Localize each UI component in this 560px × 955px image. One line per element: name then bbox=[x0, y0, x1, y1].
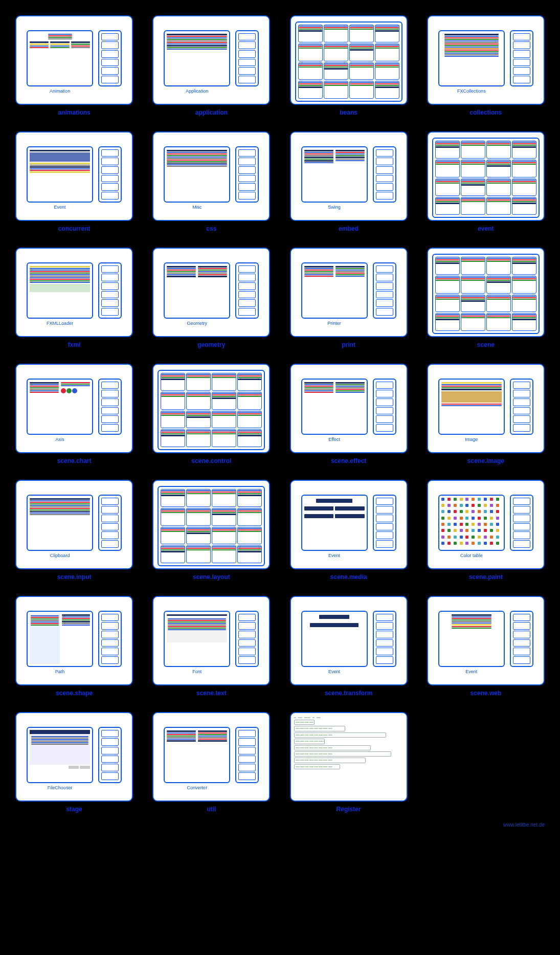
thumbnail-main[interactable] bbox=[164, 146, 230, 203]
category-link[interactable]: geometry bbox=[197, 341, 225, 348]
thumbnail-main[interactable] bbox=[301, 146, 368, 203]
category-link[interactable]: print bbox=[342, 341, 355, 348]
category-link[interactable]: event bbox=[478, 225, 494, 232]
category-link[interactable]: scene.effect bbox=[331, 457, 366, 464]
thumbnail-mosaic[interactable] bbox=[295, 21, 402, 102]
category-card[interactable]: Axis bbox=[15, 364, 133, 453]
category-card[interactable]: FXMLLoader bbox=[15, 248, 133, 337]
category-card[interactable]: Converter bbox=[152, 712, 270, 802]
thumbnail-main[interactable] bbox=[27, 495, 93, 551]
category-link[interactable]: scene.control bbox=[191, 457, 231, 464]
category-link[interactable]: scene.image bbox=[467, 457, 504, 464]
category-card[interactable] bbox=[152, 364, 270, 453]
thumbnail-side[interactable] bbox=[373, 146, 396, 203]
category-card[interactable] bbox=[427, 248, 545, 337]
thumbnail-side[interactable] bbox=[98, 30, 122, 86]
category-card[interactable] bbox=[427, 131, 545, 221]
thumbnail-side[interactable] bbox=[98, 262, 122, 319]
thumbnail-side[interactable] bbox=[510, 379, 533, 435]
category-card[interactable]: Event bbox=[290, 480, 408, 569]
category-card[interactable]: Clipboard bbox=[15, 480, 133, 569]
thumbnail-main[interactable] bbox=[164, 611, 230, 667]
category-card[interactable]: FileChooser bbox=[15, 712, 133, 802]
thumbnail-mosaic[interactable] bbox=[432, 138, 540, 218]
thumbnail-main[interactable] bbox=[438, 611, 505, 667]
category-link[interactable]: css bbox=[206, 225, 216, 232]
thumbnail-side[interactable] bbox=[510, 495, 533, 551]
category-card[interactable]: Image bbox=[427, 364, 545, 453]
category-link[interactable]: animations bbox=[58, 109, 90, 116]
category-card[interactable]: Event bbox=[15, 131, 133, 221]
thumbnail-side[interactable] bbox=[510, 611, 533, 667]
thumbnail-main[interactable] bbox=[164, 262, 230, 319]
register-table[interactable]: xxxxxxxxxxxxxxxxxxxxxx xxxx xxxx xxxx xx… bbox=[294, 716, 404, 770]
thumbnail-mosaic[interactable] bbox=[158, 486, 265, 566]
thumbnail-side[interactable] bbox=[98, 727, 122, 783]
thumbnail-mosaic[interactable] bbox=[432, 254, 540, 334]
category-link[interactable]: embed bbox=[339, 225, 359, 232]
category-link[interactable]: scene.layout bbox=[193, 573, 230, 581]
thumbnail-side[interactable] bbox=[98, 379, 122, 435]
thumbnail-side[interactable] bbox=[373, 495, 396, 551]
category-link[interactable]: application bbox=[195, 109, 228, 116]
category-link[interactable]: scene.input bbox=[57, 573, 92, 581]
thumbnail-side[interactable] bbox=[235, 262, 259, 319]
thumbnail-side[interactable] bbox=[235, 611, 259, 667]
category-card[interactable]: Event bbox=[290, 596, 408, 685]
category-link[interactable]: collections bbox=[470, 109, 502, 116]
category-link[interactable]: scene.chart bbox=[57, 457, 92, 464]
thumbnail-main[interactable] bbox=[27, 146, 93, 203]
thumbnail-side[interactable] bbox=[373, 262, 396, 319]
thumbnail-main[interactable] bbox=[438, 30, 505, 86]
category-link[interactable]: scene.media bbox=[330, 573, 367, 581]
thumbnail-main[interactable] bbox=[301, 379, 368, 435]
category-link[interactable]: beans bbox=[340, 109, 357, 116]
category-card[interactable]: Swing bbox=[290, 131, 408, 221]
thumbnail-side[interactable] bbox=[235, 30, 259, 86]
category-card[interactable]: Event bbox=[427, 596, 545, 685]
thumbnail-side[interactable] bbox=[98, 495, 122, 551]
category-card[interactable]: Application bbox=[152, 15, 270, 105]
category-link[interactable]: concurrent bbox=[58, 225, 91, 232]
thumbnail-main[interactable] bbox=[164, 30, 230, 86]
thumbnail-main[interactable] bbox=[438, 495, 505, 551]
thumbnail-main[interactable] bbox=[27, 727, 93, 783]
category-link[interactable]: util bbox=[207, 806, 216, 813]
category-link[interactable]: fxml bbox=[68, 341, 81, 348]
thumbnail-main[interactable] bbox=[164, 727, 230, 783]
thumbnail-main[interactable] bbox=[27, 30, 93, 86]
category-card[interactable] bbox=[152, 480, 270, 569]
thumbnail-side[interactable] bbox=[235, 727, 259, 783]
footer-link[interactable]: www.letitbe.net.de bbox=[10, 822, 550, 828]
category-card[interactable]: Effect bbox=[290, 364, 408, 453]
category-link[interactable]: scene.paint bbox=[469, 573, 503, 581]
category-card[interactable]: Color table bbox=[427, 480, 545, 569]
thumbnail-side[interactable] bbox=[98, 146, 122, 203]
category-card[interactable]: Geometry bbox=[152, 248, 270, 337]
thumbnail-side[interactable] bbox=[98, 611, 122, 667]
category-link[interactable]: scene.shape bbox=[56, 690, 93, 697]
thumbnail-main[interactable] bbox=[438, 379, 505, 435]
thumbnail-main[interactable] bbox=[301, 495, 368, 551]
category-card[interactable]: Printer bbox=[290, 248, 408, 337]
thumbnail-main[interactable] bbox=[301, 262, 368, 319]
category-link[interactable]: scene.text bbox=[196, 690, 227, 697]
category-link[interactable]: scene bbox=[477, 341, 495, 348]
thumbnail-main[interactable] bbox=[27, 262, 93, 319]
category-card[interactable]: FXCollections bbox=[427, 15, 545, 105]
category-card[interactable] bbox=[290, 15, 408, 105]
category-card[interactable]: Font bbox=[152, 596, 270, 685]
category-card[interactable]: Animation bbox=[15, 15, 133, 105]
thumbnail-side[interactable] bbox=[510, 30, 533, 86]
thumbnail-side[interactable] bbox=[235, 146, 259, 203]
category-link[interactable]: Register bbox=[337, 806, 361, 813]
thumbnail-side[interactable] bbox=[373, 611, 396, 667]
category-link[interactable]: scene.transform bbox=[325, 690, 372, 697]
thumbnail-side[interactable] bbox=[373, 379, 396, 435]
category-link[interactable]: scene.web bbox=[471, 690, 502, 697]
thumbnail-main[interactable] bbox=[301, 611, 368, 667]
category-link[interactable]: stage bbox=[66, 806, 82, 813]
category-card[interactable]: Path bbox=[15, 596, 133, 685]
thumbnail-main[interactable] bbox=[27, 379, 93, 435]
category-card[interactable]: Misc bbox=[152, 131, 270, 221]
